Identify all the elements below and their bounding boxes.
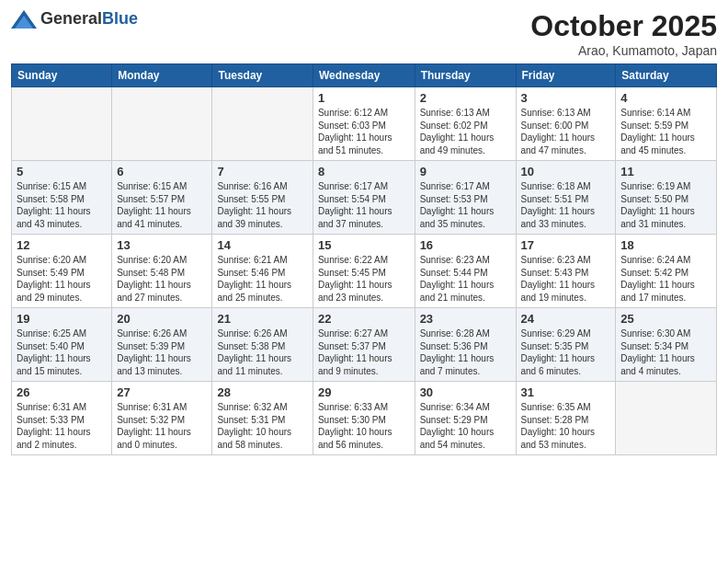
- calendar-day-cell: 12Sunrise: 6:20 AM Sunset: 5:49 PM Dayli…: [12, 235, 112, 308]
- day-info: Sunrise: 6:26 AM Sunset: 5:39 PM Dayligh…: [117, 327, 207, 377]
- day-number: 22: [318, 312, 410, 326]
- day-number: 5: [17, 165, 107, 178]
- day-number: 15: [318, 238, 410, 252]
- calendar-day-cell: 7Sunrise: 6:16 AM Sunset: 5:55 PM Daylig…: [212, 161, 313, 235]
- calendar-day-cell: 2Sunrise: 6:13 AM Sunset: 6:02 PM Daylig…: [415, 87, 516, 161]
- day-info: Sunrise: 6:17 AM Sunset: 5:54 PM Dayligh…: [318, 180, 410, 230]
- day-info: Sunrise: 6:23 AM Sunset: 5:43 PM Dayligh…: [521, 254, 611, 304]
- day-info: Sunrise: 6:33 AM Sunset: 5:30 PM Dayligh…: [318, 401, 410, 451]
- calendar-day-cell: [12, 87, 112, 161]
- day-info: Sunrise: 6:15 AM Sunset: 5:58 PM Dayligh…: [17, 180, 107, 230]
- day-number: 28: [217, 385, 307, 399]
- weekday-header-thursday: Thursday: [415, 64, 516, 87]
- logo-general: General: [40, 9, 102, 28]
- day-info: Sunrise: 6:24 AM Sunset: 5:42 PM Dayligh…: [620, 254, 711, 304]
- day-info: Sunrise: 6:26 AM Sunset: 5:38 PM Dayligh…: [217, 327, 307, 377]
- day-number: 17: [521, 238, 611, 252]
- day-info: Sunrise: 6:27 AM Sunset: 5:37 PM Dayligh…: [318, 327, 410, 377]
- calendar-day-cell: 1Sunrise: 6:12 AM Sunset: 6:03 PM Daylig…: [313, 87, 415, 161]
- day-info: Sunrise: 6:29 AM Sunset: 5:35 PM Dayligh…: [521, 327, 611, 377]
- day-number: 29: [318, 385, 410, 399]
- day-info: Sunrise: 6:31 AM Sunset: 5:32 PM Dayligh…: [117, 401, 207, 451]
- calendar-day-cell: 19Sunrise: 6:25 AM Sunset: 5:40 PM Dayli…: [12, 308, 112, 382]
- weekday-header-saturday: Saturday: [616, 64, 717, 87]
- calendar-day-cell: 20Sunrise: 6:26 AM Sunset: 5:39 PM Dayli…: [112, 308, 212, 382]
- day-number: 13: [117, 238, 207, 252]
- calendar-body: 1Sunrise: 6:12 AM Sunset: 6:03 PM Daylig…: [12, 87, 717, 455]
- logo-text: GeneralBlue: [40, 9, 138, 29]
- day-info: Sunrise: 6:16 AM Sunset: 5:55 PM Dayligh…: [217, 180, 307, 230]
- page-container: GeneralBlue October 2025 Arao, Kumamoto,…: [0, 0, 728, 465]
- calendar-day-cell: 11Sunrise: 6:19 AM Sunset: 5:50 PM Dayli…: [616, 161, 717, 235]
- day-info: Sunrise: 6:30 AM Sunset: 5:34 PM Dayligh…: [620, 327, 711, 377]
- day-number: 10: [521, 165, 611, 178]
- weekday-header-wednesday: Wednesday: [313, 64, 415, 87]
- calendar-day-cell: 9Sunrise: 6:17 AM Sunset: 5:53 PM Daylig…: [415, 161, 516, 235]
- day-info: Sunrise: 6:19 AM Sunset: 5:50 PM Dayligh…: [620, 180, 711, 230]
- calendar-day-cell: [212, 87, 313, 161]
- day-number: 6: [117, 165, 207, 178]
- location-subtitle: Arao, Kumamoto, Japan: [530, 43, 717, 58]
- calendar-day-cell: 17Sunrise: 6:23 AM Sunset: 5:43 PM Dayli…: [516, 235, 616, 308]
- day-info: Sunrise: 6:22 AM Sunset: 5:45 PM Dayligh…: [318, 254, 410, 304]
- day-number: 12: [17, 238, 107, 252]
- calendar-day-cell: 3Sunrise: 6:13 AM Sunset: 6:00 PM Daylig…: [516, 87, 616, 161]
- calendar-day-cell: 13Sunrise: 6:20 AM Sunset: 5:48 PM Dayli…: [112, 235, 212, 308]
- day-number: 25: [620, 312, 711, 326]
- month-title: October 2025: [530, 9, 717, 43]
- calendar-day-cell: 10Sunrise: 6:18 AM Sunset: 5:51 PM Dayli…: [516, 161, 616, 235]
- day-info: Sunrise: 6:34 AM Sunset: 5:29 PM Dayligh…: [420, 401, 511, 451]
- calendar-week-row: 1Sunrise: 6:12 AM Sunset: 6:03 PM Daylig…: [12, 87, 717, 161]
- weekday-header-row: SundayMondayTuesdayWednesdayThursdayFrid…: [12, 64, 717, 87]
- title-block: October 2025 Arao, Kumamoto, Japan: [530, 9, 717, 58]
- weekday-header-sunday: Sunday: [12, 64, 112, 87]
- day-info: Sunrise: 6:13 AM Sunset: 6:02 PM Dayligh…: [420, 107, 511, 156]
- day-number: 4: [620, 91, 711, 105]
- calendar-day-cell: 21Sunrise: 6:26 AM Sunset: 5:38 PM Dayli…: [212, 308, 313, 382]
- day-info: Sunrise: 6:15 AM Sunset: 5:57 PM Dayligh…: [117, 180, 207, 230]
- calendar-day-cell: 28Sunrise: 6:32 AM Sunset: 5:31 PM Dayli…: [212, 382, 313, 455]
- day-info: Sunrise: 6:18 AM Sunset: 5:51 PM Dayligh…: [521, 180, 611, 230]
- day-number: 30: [420, 385, 511, 399]
- day-number: 19: [17, 312, 107, 326]
- day-number: 18: [620, 238, 711, 252]
- calendar-day-cell: 16Sunrise: 6:23 AM Sunset: 5:44 PM Dayli…: [415, 235, 516, 308]
- day-number: 24: [521, 312, 611, 326]
- calendar-day-cell: 6Sunrise: 6:15 AM Sunset: 5:57 PM Daylig…: [112, 161, 212, 235]
- day-number: 14: [217, 238, 307, 252]
- day-number: 20: [117, 312, 207, 326]
- day-info: Sunrise: 6:13 AM Sunset: 6:00 PM Dayligh…: [521, 107, 611, 156]
- day-number: 26: [17, 385, 107, 399]
- day-info: Sunrise: 6:14 AM Sunset: 5:59 PM Dayligh…: [620, 107, 711, 156]
- calendar-week-row: 12Sunrise: 6:20 AM Sunset: 5:49 PM Dayli…: [12, 235, 717, 308]
- day-info: Sunrise: 6:35 AM Sunset: 5:28 PM Dayligh…: [521, 401, 611, 451]
- weekday-header-monday: Monday: [112, 64, 212, 87]
- calendar-day-cell: 31Sunrise: 6:35 AM Sunset: 5:28 PM Dayli…: [516, 382, 616, 455]
- calendar-day-cell: [616, 382, 717, 455]
- calendar-day-cell: 30Sunrise: 6:34 AM Sunset: 5:29 PM Dayli…: [415, 382, 516, 455]
- day-info: Sunrise: 6:20 AM Sunset: 5:49 PM Dayligh…: [17, 254, 107, 304]
- day-info: Sunrise: 6:23 AM Sunset: 5:44 PM Dayligh…: [420, 254, 511, 304]
- day-number: 7: [217, 165, 307, 178]
- calendar-week-row: 19Sunrise: 6:25 AM Sunset: 5:40 PM Dayli…: [12, 308, 717, 382]
- day-number: 8: [318, 165, 410, 178]
- calendar-day-cell: 24Sunrise: 6:29 AM Sunset: 5:35 PM Dayli…: [516, 308, 616, 382]
- day-number: 1: [318, 91, 410, 105]
- day-number: 3: [521, 91, 611, 105]
- day-number: 11: [620, 165, 711, 178]
- day-info: Sunrise: 6:28 AM Sunset: 5:36 PM Dayligh…: [420, 327, 511, 377]
- logo-blue: Blue: [102, 9, 138, 28]
- day-info: Sunrise: 6:32 AM Sunset: 5:31 PM Dayligh…: [217, 401, 307, 451]
- calendar-day-cell: 25Sunrise: 6:30 AM Sunset: 5:34 PM Dayli…: [616, 308, 717, 382]
- day-info: Sunrise: 6:20 AM Sunset: 5:48 PM Dayligh…: [117, 254, 207, 304]
- calendar-day-cell: 18Sunrise: 6:24 AM Sunset: 5:42 PM Dayli…: [616, 235, 717, 308]
- calendar-day-cell: [112, 87, 212, 161]
- header: GeneralBlue October 2025 Arao, Kumamoto,…: [11, 9, 717, 58]
- calendar-day-cell: 27Sunrise: 6:31 AM Sunset: 5:32 PM Dayli…: [112, 382, 212, 455]
- day-number: 2: [420, 91, 511, 105]
- weekday-header-friday: Friday: [516, 64, 616, 87]
- calendar-week-row: 5Sunrise: 6:15 AM Sunset: 5:58 PM Daylig…: [12, 161, 717, 235]
- day-info: Sunrise: 6:12 AM Sunset: 6:03 PM Dayligh…: [318, 107, 410, 156]
- logo: GeneralBlue: [11, 9, 138, 29]
- calendar-week-row: 26Sunrise: 6:31 AM Sunset: 5:33 PM Dayli…: [12, 382, 717, 455]
